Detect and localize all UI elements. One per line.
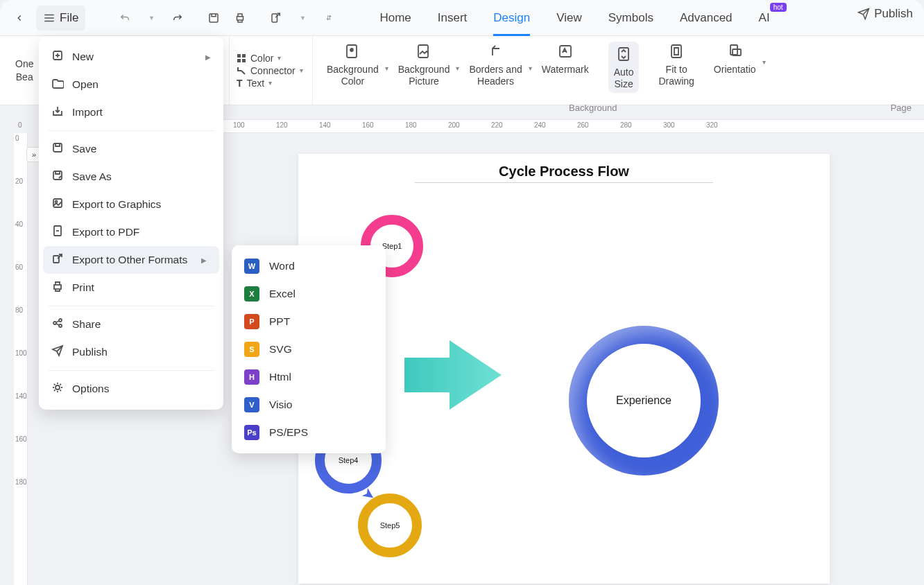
svg-point-26 [53,322,56,324]
svg-rect-2 [272,14,277,22]
menu-tabs: HomeInsertDesignViewSymbolsAdvancedAIhot [379,0,769,36]
file-menu-exp-graphics[interactable]: Export to Graphics [39,191,223,218]
svg-rect-24 [53,256,59,263]
file-menu-open[interactable]: Open [39,71,223,98]
dropdown-caret[interactable]: ▾ [762,58,766,66]
tab-view[interactable]: View [556,0,582,36]
publish-icon [51,344,64,360]
print-icon [51,280,64,295]
svg-rect-20 [53,171,62,180]
tab-insert[interactable]: Insert [438,0,468,36]
tab-symbols[interactable]: Symbols [608,0,653,36]
group-label-page: Page [891,103,912,113]
svg-point-28 [59,324,62,327]
document-title: Cycle Process Flow [298,154,830,180]
export-quick-button[interactable] [264,6,288,30]
svg-rect-15 [671,45,681,58]
file-menu-button[interactable]: File [36,6,85,30]
export-word[interactable]: WWord [232,252,386,280]
file-menu-share[interactable]: Share [39,311,223,338]
file-menu-saveas[interactable]: Save As [39,163,223,191]
ribbon-autosize[interactable]: AutoSize [608,42,640,93]
svg-rect-0 [209,14,218,22]
export-visio[interactable]: VVisio [232,391,386,419]
svg-rect-8 [237,59,241,62]
borders-icon [486,42,506,61]
file-menu-options[interactable]: Options [39,375,223,403]
experience-ring[interactable]: Experience [569,326,719,475]
svg-point-11 [350,49,353,51]
ruler-vertical: 020406080100140160180 [14,133,28,585]
ribbon-watermark[interactable]: Watermark [542,42,589,76]
fit-icon [667,42,686,61]
group-label-background: Background [569,103,617,113]
save-icon [51,141,64,157]
export-svg[interactable]: SSVG [232,335,386,363]
svg-rect-25 [54,285,61,289]
saveas-icon [51,169,64,184]
file-label: File [60,11,78,25]
html-icon: H [244,369,259,385]
file-menu-publish[interactable]: Publish [39,338,223,366]
svg-point-29 [55,385,60,390]
svg-rect-9 [242,59,246,62]
color-dropdown[interactable]: Color▾ [237,53,312,64]
dropdown-caret[interactable]: ▾ [529,64,532,72]
orientation-icon [725,42,744,61]
svg-icon: S [244,342,259,357]
file-menu-new[interactable]: New▶ [39,43,223,71]
file-menu-save[interactable]: Save [39,135,223,163]
tab-design[interactable]: Design [493,0,530,36]
save-quick-button[interactable] [202,6,225,30]
exp-graphics-icon [51,197,64,212]
connector-dropdown[interactable]: Connector▾ [237,65,312,76]
export-ppt[interactable]: PPPT [232,308,386,335]
file-menu-exp-pdf[interactable]: Export to PDF [39,218,223,246]
export-excel[interactable]: XExcel [232,280,386,308]
file-menu-print[interactable]: Print [39,274,223,302]
svg-rect-7 [242,54,246,58]
undo-dropdown[interactable]: ▼ [139,6,163,30]
watermark-icon [556,42,575,61]
text-dropdown[interactable]: TText▾ [237,78,312,89]
theme-label: OneBea [15,58,33,82]
undo-button[interactable] [113,6,137,30]
ribbon-orientation[interactable]: Orientatio▾ [714,42,756,76]
tab-home[interactable]: Home [379,0,411,36]
bg-color-icon [343,42,362,61]
dropdown-caret[interactable]: ▾ [456,64,459,72]
step5-ring[interactable]: Step5 [358,494,422,557]
title-underline [415,182,713,183]
open-icon [51,77,64,92]
print-quick-button[interactable] [228,6,252,30]
hot-badge: hot [770,3,787,12]
export-quick-dropdown[interactable]: ▼ [291,6,314,30]
svg-point-27 [59,319,62,322]
redo-button[interactable] [166,6,189,30]
ribbon-bg-picture[interactable]: BackgroundPicture▾ [398,42,450,87]
exp-other-icon [51,252,64,268]
svg-rect-19 [53,143,62,152]
publish-button[interactable]: Publish [857,7,913,21]
share-icon [51,317,64,332]
page-style-group: Color▾ Connector▾ TText▾ [229,36,312,105]
ribbon-fit[interactable]: Fit toDrawing [658,42,694,87]
file-menu-exp-other[interactable]: Export to Other Formats▶ [43,246,219,274]
dropdown-caret[interactable]: ▾ [385,64,388,72]
options-icon [51,381,64,396]
file-menu-import[interactable]: Import [39,98,223,126]
ribbon-bg-color[interactable]: BackgroundColor▾ [327,42,379,87]
back-button[interactable] [7,6,32,30]
export-ps[interactable]: PsPS/EPS [232,419,386,446]
tab-ai[interactable]: AIhot [759,0,770,36]
exp-pdf-icon [51,225,64,240]
ribbon-background-group: BackgroundColor▾BackgroundPicture▾Border… [312,36,756,105]
qat-customize[interactable]: ⇵ [317,6,341,30]
tab-advanced[interactable]: Advanced [680,0,733,36]
bg-picture-icon [414,42,434,61]
export-html[interactable]: HHtml [232,363,386,391]
word-icon: W [244,259,259,274]
ribbon-borders[interactable]: Borders andHeaders▾ [469,42,522,87]
large-arrow-icon [401,337,505,413]
submenu-arrow-icon: ▶ [201,256,207,264]
